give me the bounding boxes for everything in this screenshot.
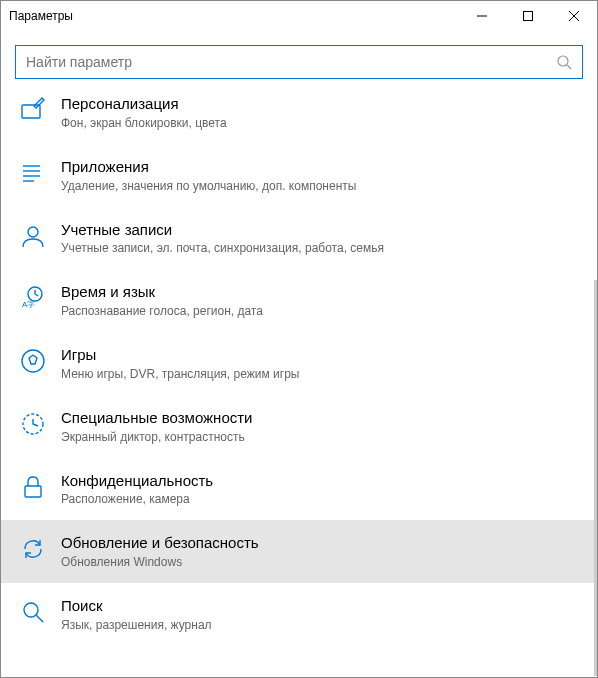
item-sub: Распознавание голоса, регион, дата bbox=[61, 304, 579, 318]
maximize-icon bbox=[523, 11, 533, 21]
item-title: Персонализация bbox=[61, 95, 579, 114]
settings-item-search[interactable]: Поиск Язык, разрешения, журнал bbox=[1, 583, 597, 646]
svg-point-4 bbox=[558, 56, 568, 66]
item-title: Учетные записи bbox=[61, 221, 579, 240]
accessibility-icon bbox=[19, 410, 47, 438]
svg-text:A字: A字 bbox=[22, 300, 35, 309]
privacy-icon bbox=[19, 473, 47, 501]
settings-list: Персонализация Фон, экран блокировки, цв… bbox=[1, 89, 597, 677]
accounts-icon bbox=[19, 222, 47, 250]
minimize-button[interactable] bbox=[459, 1, 505, 31]
item-title: Игры bbox=[61, 346, 579, 365]
svg-point-17 bbox=[24, 603, 38, 617]
search-area bbox=[1, 31, 597, 89]
item-sub: Экранный диктор, контрастность bbox=[61, 430, 579, 444]
item-title: Обновление и безопасность bbox=[61, 534, 579, 553]
maximize-button[interactable] bbox=[505, 1, 551, 31]
minimize-icon bbox=[477, 11, 487, 21]
window-title: Параметры bbox=[9, 9, 459, 23]
item-sub: Удаление, значения по умолчанию, доп. ко… bbox=[61, 179, 579, 193]
personalization-icon bbox=[19, 96, 47, 124]
settings-item-accessibility[interactable]: Специальные возможности Экранный диктор,… bbox=[1, 395, 597, 458]
search-icon bbox=[556, 54, 572, 70]
svg-line-5 bbox=[567, 65, 571, 69]
close-icon bbox=[569, 11, 579, 21]
settings-item-update-security[interactable]: Обновление и безопасность Обновления Win… bbox=[1, 520, 597, 583]
svg-line-18 bbox=[36, 615, 43, 622]
item-sub: Фон, экран блокировки, цвета bbox=[61, 116, 579, 130]
settings-item-personalization[interactable]: Персонализация Фон, экран блокировки, цв… bbox=[1, 89, 597, 144]
update-icon bbox=[19, 535, 47, 563]
svg-point-14 bbox=[22, 350, 44, 372]
settings-item-time-language[interactable]: A字 Время и язык Распознавание голоса, ре… bbox=[1, 269, 597, 332]
item-sub: Учетные записи, эл. почта, синхронизация… bbox=[61, 241, 579, 255]
svg-rect-16 bbox=[25, 486, 41, 497]
item-title: Конфиденциальность bbox=[61, 472, 579, 491]
item-title: Приложения bbox=[61, 158, 579, 177]
search-input[interactable] bbox=[26, 54, 556, 70]
svg-rect-1 bbox=[524, 12, 533, 21]
settings-item-privacy[interactable]: Конфиденциальность Расположение, камера bbox=[1, 458, 597, 521]
item-sub: Обновления Windows bbox=[61, 555, 579, 569]
settings-item-apps[interactable]: Приложения Удаление, значения по умолчан… bbox=[1, 144, 597, 207]
item-sub: Язык, разрешения, журнал bbox=[61, 618, 579, 632]
item-sub: Расположение, камера bbox=[61, 492, 579, 506]
item-title: Время и язык bbox=[61, 283, 579, 302]
settings-item-gaming[interactable]: Игры Меню игры, DVR, трансляция, режим и… bbox=[1, 332, 597, 395]
close-button[interactable] bbox=[551, 1, 597, 31]
gaming-icon bbox=[19, 347, 47, 375]
svg-point-11 bbox=[28, 227, 38, 237]
scrollbar[interactable] bbox=[594, 280, 597, 676]
search-box[interactable] bbox=[15, 45, 583, 79]
settings-item-accounts[interactable]: Учетные записи Учетные записи, эл. почта… bbox=[1, 207, 597, 270]
search-category-icon bbox=[19, 598, 47, 626]
title-bar: Параметры bbox=[1, 1, 597, 31]
item-title: Поиск bbox=[61, 597, 579, 616]
time-language-icon: A字 bbox=[19, 284, 47, 312]
item-sub: Меню игры, DVR, трансляция, режим игры bbox=[61, 367, 579, 381]
apps-icon bbox=[19, 159, 47, 187]
item-title: Специальные возможности bbox=[61, 409, 579, 428]
